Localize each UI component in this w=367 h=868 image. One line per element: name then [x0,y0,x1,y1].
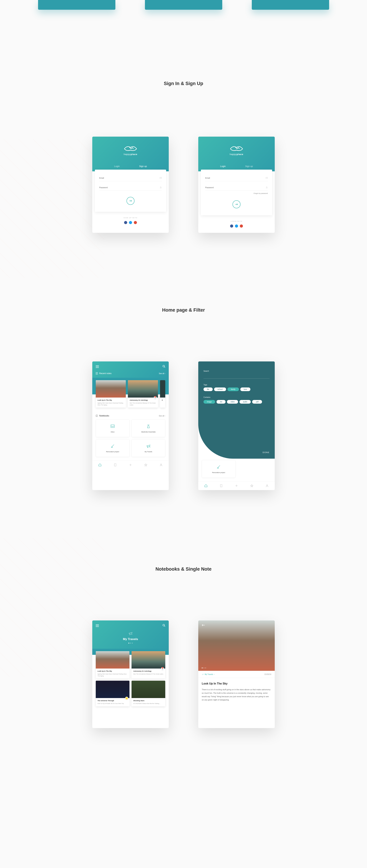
nav-home-icon[interactable] [98,463,102,466]
password-field[interactable]: Password [99,184,162,191]
tags-label: Tags [203,384,270,386]
pager-dots [96,643,165,644]
location-icon: 📍 [161,667,164,670]
note-card[interactable]: Shooting StarsIt S Hurricane Season But … [132,681,165,706]
note-card[interactable]: C [160,380,165,408]
nav-profile-icon[interactable] [265,484,269,487]
search-input[interactable] [203,374,270,379]
nav-notebook-icon[interactable] [220,484,223,487]
plane-icon [128,631,133,636]
contains-group: image list video audio .pdf [203,400,270,404]
contains-pdf[interactable]: .pdf [252,400,262,404]
bottom-nav [92,460,169,469]
svg-point-11 [163,624,165,626]
email-field[interactable]: Email [205,175,268,181]
contains-list[interactable]: list [217,400,226,404]
login-with-label: LOGIN WITH [198,220,275,222]
signup-tab[interactable]: Sign up [139,164,147,168]
svg-point-4 [163,365,165,367]
submit-button[interactable] [232,200,241,208]
menu-icon[interactable] [96,624,99,627]
svg-rect-9 [220,485,222,487]
google-icon[interactable] [240,224,243,227]
nav-add-icon[interactable] [235,484,238,487]
filter-screen: Search Tags life school family love Cont… [198,362,275,490]
single-note-screen: My Travels › 01/03/18 Look Up In The Sky… [198,620,275,728]
login-tab[interactable]: Login [220,164,226,168]
facebook-icon[interactable] [230,224,233,227]
svg-rect-7 [114,464,116,466]
note-title: Look Up In The Sky [202,682,271,685]
plane-icon [202,673,204,675]
tags-group: life school family love [203,388,270,391]
hero-card [145,0,222,10]
mail-icon [160,177,162,179]
contains-video[interactable]: video [227,400,238,404]
see-all-link[interactable]: See all › [159,373,165,374]
notebook-item-renovation[interactable]: Renovation project [202,460,235,478]
svg-rect-1 [160,187,161,188]
signup-tab[interactable]: Sign up [245,164,253,168]
note-image: 📍 [128,380,158,398]
inbox-icon [110,424,115,429]
notebook-item-inbox[interactable]: Inbox [96,420,130,437]
notebook-item-wardrobe[interactable]: Wardrobe Essentials [132,420,165,437]
section-heading-signin: Sign In & Sign Up [0,81,367,86]
search-icon[interactable] [163,624,165,627]
nav-notebook-icon[interactable] [114,463,117,466]
nav-profile-icon[interactable] [160,463,163,466]
done-button[interactable]: DONE [262,452,270,454]
note-card[interactable]: Look Up In The Sky Ageing Skin Care Does… [96,380,126,408]
login-tab[interactable]: Login [114,164,120,168]
contains-image[interactable]: image [203,400,215,404]
note-image [96,380,126,398]
back-button[interactable] [202,624,271,627]
section-heading-home: Home page & Filter [0,307,367,313]
nav-home-icon[interactable] [204,484,207,487]
note-card[interactable]: Look Up In The SkyAgeing Skin Care Does … [96,651,130,679]
note-body: There is a lot of exciting stuff going o… [202,688,271,702]
search-label: Search [203,370,270,372]
tag-love[interactable]: love [240,388,250,391]
twitter-icon[interactable] [235,224,238,227]
star-icon: ⭐ [125,696,128,700]
search-icon[interactable] [163,365,165,368]
svg-point-8 [161,464,162,465]
tag-family[interactable]: family [227,388,239,391]
facebook-icon[interactable] [124,221,127,224]
tag-school[interactable]: school [214,388,226,391]
google-icon[interactable] [134,221,137,224]
email-field[interactable]: Email [99,175,162,181]
svg-point-10 [266,485,267,486]
brush-icon [216,464,221,469]
nav-star-icon[interactable] [144,463,147,466]
breadcrumb[interactable]: My Travels › [202,673,215,675]
plane-icon [146,443,151,448]
note-card[interactable]: 📍 Astronomy Or AstrologySee The Unmatche… [132,651,165,679]
note-card[interactable]: 📍 Astronomy Or Astrology See The Unmatch… [128,380,158,408]
signup-screen: happyplace Login Sign up Email Password … [92,136,169,233]
nav-add-icon[interactable] [129,463,132,466]
see-all-link[interactable]: See all › [159,415,165,417]
hero-card [38,0,115,10]
contains-label: Contains [203,396,270,398]
password-field[interactable]: Password [205,184,268,191]
submit-button[interactable] [126,197,135,205]
pager-dots [202,668,206,669]
notebook-item-travels[interactable]: My Travels [132,439,165,457]
notebook-icon [96,415,98,417]
menu-icon[interactable] [96,365,99,368]
location-icon: 📍 [154,396,157,399]
bottom-nav [198,481,275,490]
nav-star-icon[interactable] [250,484,253,487]
tag-life[interactable]: life [203,388,213,391]
hero-cards-row [0,0,367,10]
note-icon [96,372,98,375]
note-card[interactable]: ⭐ The Universe ThroughHow To Fly A Priva… [96,681,130,706]
notebook-item-renovation[interactable]: Renovation project [96,439,130,457]
twitter-icon[interactable] [129,221,132,224]
forgot-password-link[interactable]: I forgot my password [205,192,268,194]
contains-audio[interactable]: audio [239,400,251,404]
hero-card [252,0,329,10]
notebooks-title: Notebooks [96,414,109,417]
